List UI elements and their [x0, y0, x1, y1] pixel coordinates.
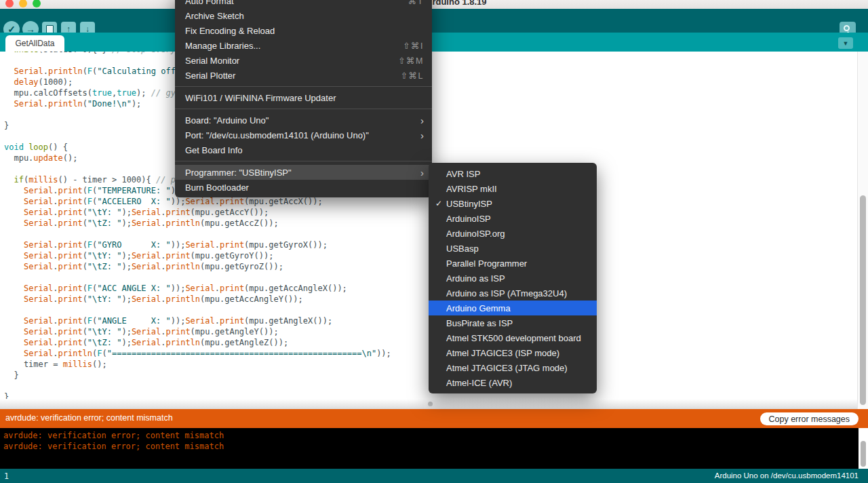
menu-separator [175, 161, 432, 161]
error-bar: avrdude: verification error; content mis… [0, 409, 868, 428]
submenu-item-arduino-as-isp-atmega32u4[interactable]: Arduino as ISP (ATmega32U4) [429, 286, 597, 301]
menu-item-auto-format[interactable]: Auto Format⌘T [175, 0, 432, 8]
menu-shortcut: ⇧⌘I [403, 41, 424, 51]
menu-item-label: Serial Monitor [185, 56, 239, 66]
submenu-item-label: Atmel JTAGICE3 (ISP mode) [446, 348, 559, 358]
code-line: } [4, 391, 391, 399]
submenu-item-label: USBasp [446, 244, 479, 254]
error-message: avrdude: verification error; content mis… [5, 413, 173, 423]
menu-item-wifi101-wifinina-firmware-updater[interactable]: WiFi101 / WiFiNINA Firmware Updater [175, 90, 432, 105]
submenu-item-atmel-jtagice3-isp-mode[interactable]: Atmel JTAGICE3 (ISP mode) [429, 345, 597, 360]
editor-scrollbar[interactable] [857, 52, 868, 409]
menu-item-manage-libraries[interactable]: Manage Libraries...⇧⌘I [175, 38, 432, 53]
pane-divider[interactable] [0, 399, 857, 409]
chevron-right-icon: › [420, 168, 424, 178]
code-line: Serial.print("\tY: ");Serial.print(mpu.g… [4, 250, 391, 261]
menu-item-fix-encoding-reload[interactable]: Fix Encoding & Reload [175, 23, 432, 38]
submenu-item-label: BusPirate as ISP [446, 318, 513, 328]
copy-error-messages-button[interactable]: Copy error messages [760, 412, 859, 425]
menu-item-get-board-info[interactable]: Get Board Info [175, 142, 432, 157]
zoom-window-button[interactable] [33, 0, 41, 7]
tab-label: GetAllData [15, 39, 54, 48]
submenu-item-atmel-jtagice3-jtag-mode[interactable]: Atmel JTAGICE3 (JTAG mode) [429, 360, 597, 375]
submenu-item-arduinoisp[interactable]: ArduinoISP [429, 211, 597, 226]
submenu-item-atmel-stk500-development-board[interactable]: Atmel STK500 development board [429, 330, 597, 345]
console-scrollbar-thumb[interactable] [861, 441, 866, 467]
code-line: Serial.print("\tY: ");Serial.println(mpu… [4, 294, 391, 305]
cursor-line-number: 1 [4, 471, 9, 481]
code-line: Serial.print("\tY: ");Serial.print(mpu.g… [4, 326, 391, 337]
menu-item-label: Get Board Info [185, 145, 243, 155]
submenu-item-label: USBtinyISP [446, 199, 492, 209]
submenu-item-arduino-as-isp[interactable]: Arduino as ISP [429, 271, 597, 286]
submenu-item-avrisp-mkii[interactable]: AVRISP mkII [429, 181, 597, 196]
code-line [4, 305, 391, 315]
menu-separator [175, 109, 432, 109]
menu-item-serial-monitor[interactable]: Serial Monitor⇧⌘M [175, 53, 432, 68]
chevron-right-icon: › [420, 130, 424, 140]
menu-shortcut: ⇧⌘M [398, 56, 424, 66]
submenu-item-label: ArduinoISP.org [446, 229, 505, 239]
menu-item-burn-bootloader[interactable]: Burn Bootloader [175, 180, 432, 195]
tab-getalldata[interactable]: GetAllData [5, 35, 64, 52]
code-line: timer = millis(); [4, 359, 391, 370]
menu-separator [175, 86, 432, 87]
menu-item-archive-sketch[interactable]: Archive Sketch [175, 8, 432, 23]
titlebar: Arduino 1.8.19 [0, 0, 868, 9]
tab-bar: GetAllData ▼ [0, 33, 868, 52]
menu-item-port-dev-cu-usbmodem14101-arduino-uno[interactable]: Port: "/dev/cu.usbmodem14101 (Arduino Un… [175, 128, 432, 142]
console: avrdude: verification error; content mis… [0, 428, 868, 469]
menu-item-serial-plotter[interactable]: Serial Plotter⇧⌘L [175, 68, 432, 83]
editor-scrollbar-thumb[interactable] [860, 195, 866, 405]
code-line: Serial.print(F("GYRO X: "));Serial.print… [4, 239, 391, 250]
menu-item-label: Serial Plotter [185, 71, 235, 81]
submenu-item-label: Parallel Programmer [446, 258, 527, 269]
submenu-item-label: Atmel JTAGICE3 (JTAG mode) [446, 363, 568, 373]
close-window-button[interactable] [5, 0, 14, 7]
menu-item-label: Fix Encoding & Reload [185, 26, 275, 36]
board-port-status: Arduino Uno on /dev/cu.usbmodem14101 [715, 471, 859, 480]
submenu-item-arduinoisp-org[interactable]: ArduinoISP.org [429, 226, 597, 241]
console-line: avrdude: verification error; content mis… [0, 430, 868, 441]
menu-item-label: Port: "/dev/cu.usbmodem14101 (Arduino Un… [185, 130, 369, 140]
magnifier-icon [844, 25, 850, 31]
code-line [4, 381, 391, 391]
menu-item-board-arduino-uno[interactable]: Board: "Arduino Uno"› [175, 113, 432, 128]
code-line: } [4, 370, 391, 381]
code-line: Serial.print(F("ACC ANGLE X: "));Serial.… [4, 283, 391, 294]
code-line: Serial.print("\tZ: ");Serial.println(mpu… [4, 261, 391, 272]
submenu-item-label: AVRISP mkII [446, 184, 497, 194]
check-icon: ✓ [435, 199, 446, 208]
chevron-down-icon: ▼ [843, 40, 849, 47]
menu-item-label: WiFi101 / WiFiNINA Firmware Updater [185, 93, 336, 103]
submenu-item-label: Atmel STK500 development board [446, 333, 581, 343]
code-line: Serial.print(F("ANGLE X: "));Serial.prin… [4, 315, 391, 326]
tools-menu: Auto Format⌘TArchive SketchFix Encoding … [175, 0, 432, 197]
submenu-item-avr-isp[interactable]: AVR ISP [429, 166, 597, 181]
arduino-ide-window: Arduino 1.8.19 ✓ → ↑ ↓ GetAllData ▼ whil… [0, 0, 868, 483]
submenu-item-label: Atmel-ICE (AVR) [446, 378, 512, 388]
menu-item-label: Manage Libraries... [185, 41, 260, 51]
menu-item-label: Burn Bootloader [185, 182, 249, 193]
code-line [4, 229, 391, 239]
menu-item-programmer-usbtinyisp[interactable]: Programmer: "USBtinyISP"› [175, 165, 432, 180]
code-line: Serial.print("\tY: ");Serial.print(mpu.g… [4, 207, 391, 218]
minimize-window-button[interactable] [19, 0, 27, 7]
console-scrollbar[interactable] [859, 428, 868, 469]
submenu-item-buspirate-as-isp[interactable]: BusPirate as ISP [429, 315, 597, 330]
submenu-item-label: Arduino as ISP [446, 273, 505, 284]
menu-item-label: Programmer: "USBtinyISP" [185, 168, 292, 178]
tab-list-dropdown-button[interactable]: ▼ [838, 37, 853, 49]
submenu-item-label: Arduino Gemma [446, 303, 511, 313]
toolbar: ✓ → ↑ ↓ [0, 9, 868, 33]
submenu-item-parallel-programmer[interactable]: Parallel Programmer [429, 256, 597, 271]
submenu-item-atmel-ice-avr[interactable]: Atmel-ICE (AVR) [429, 375, 597, 390]
window-title: Arduino 1.8.19 [426, 0, 487, 7]
submenu-item-arduino-gemma[interactable]: Arduino Gemma [429, 301, 597, 315]
status-bar: 1 Arduino Uno on /dev/cu.usbmodem14101 [0, 469, 868, 483]
submenu-item-usbtinyisp[interactable]: ✓USBtinyISP [429, 196, 597, 211]
submenu-item-label: AVR ISP [446, 169, 480, 179]
code-line: Serial.println(F("======================… [4, 348, 391, 359]
submenu-item-usbasp[interactable]: USBasp [429, 241, 597, 256]
menu-item-label: Auto Format [185, 0, 234, 6]
